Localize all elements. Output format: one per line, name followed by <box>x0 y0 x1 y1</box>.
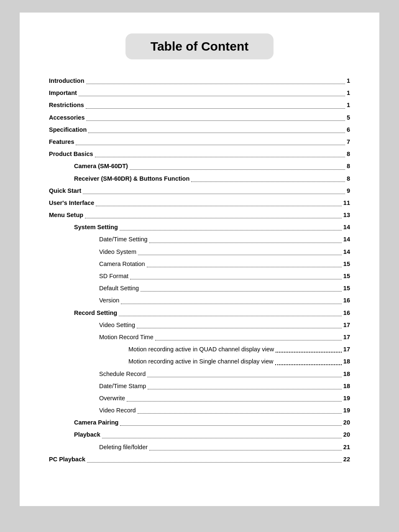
toc-entry: Video Record19 <box>49 406 350 415</box>
toc-label: Motion Record Time <box>99 332 153 342</box>
toc-label: SD Format <box>99 271 128 281</box>
toc-page-number: 19 <box>343 394 350 403</box>
toc-dots <box>275 364 342 365</box>
toc-dots <box>147 377 342 377</box>
toc-entry: User's Interface11 <box>49 198 350 208</box>
toc-page-number: 1 <box>347 100 350 110</box>
toc-dots <box>141 291 342 292</box>
toc-entry: Specification6 <box>49 125 350 135</box>
toc-entry: Overwrite19 <box>49 394 350 403</box>
toc-dots <box>148 389 342 389</box>
toc-label: Restrictions <box>49 100 84 110</box>
toc-entry: Restrictions1 <box>49 100 350 110</box>
toc-entry: Menu Setup13 <box>49 210 350 220</box>
toc-dots <box>138 255 342 255</box>
toc-page-number: 1 <box>347 88 350 98</box>
toc-label: Playback <box>74 430 100 440</box>
toc-page-number: 6 <box>347 125 350 135</box>
toc-page-number: 13 <box>343 210 350 220</box>
toc-entry: Product Basics8 <box>49 149 350 159</box>
toc-dots <box>149 243 342 243</box>
toc-dots <box>191 182 345 182</box>
toc-entry: Video Setting17 <box>49 320 350 330</box>
toc-dots <box>120 230 342 230</box>
toc-label: Video System <box>99 247 136 257</box>
toc-page-number: 14 <box>343 235 350 244</box>
toc-page-number: 19 <box>343 406 350 415</box>
toc-dots <box>155 340 342 340</box>
toc-entry: SD Format15 <box>49 271 350 281</box>
toc-entry: Accessories5 <box>49 113 350 123</box>
toc-dots <box>121 304 341 304</box>
toc-entry: Camera Pairing20 <box>49 418 350 427</box>
toc-entry: Default Setting15 <box>49 284 350 293</box>
toc-page-number: 18 <box>343 357 350 366</box>
toc-dots <box>127 401 342 402</box>
toc-page-number: 1 <box>347 76 350 86</box>
toc-page-number: 20 <box>343 430 350 440</box>
toc-entry: Camera (SM-60DT)8 <box>49 161 350 171</box>
toc-label: Deleting file/folder <box>99 442 148 452</box>
toc-entry: Record Setting16 <box>49 308 350 318</box>
toc-page-number: 11 <box>343 198 350 208</box>
toc-label: Motion recording active in QUAD channel … <box>128 345 274 354</box>
toc-label: Motion recording active in Single channe… <box>128 357 274 366</box>
toc-label: Video Record <box>99 406 136 415</box>
toc-page-number: 15 <box>343 271 350 281</box>
toc-label: Date/Time Stamp <box>99 381 146 391</box>
page: Table of Content Introduction1Important1… <box>20 13 379 506</box>
toc-entry: Motion Record Time17 <box>49 332 350 342</box>
toc-dots <box>79 96 345 96</box>
toc-label: Camera Rotation <box>99 259 145 269</box>
toc-entry: Deleting file/folder21 <box>49 442 350 452</box>
toc-dots <box>76 145 345 145</box>
toc-entry: Date/Time Stamp18 <box>49 381 350 391</box>
toc-label: Introduction <box>49 76 84 86</box>
toc-label: Video Setting <box>99 320 135 330</box>
toc-page-number: 5 <box>347 113 350 123</box>
toc-label: Important <box>49 88 77 98</box>
toc-page-number: 8 <box>347 149 350 159</box>
page-title: Table of Content <box>151 39 248 53</box>
toc-dots <box>130 279 342 279</box>
toc-label: System Setting <box>74 223 118 232</box>
toc-dots <box>137 328 342 328</box>
toc-dots <box>96 206 342 206</box>
toc-dots <box>86 120 345 121</box>
toc-label: Product Basics <box>49 149 93 159</box>
toc-label: Date/Time Setting <box>99 235 148 244</box>
toc-dots <box>88 133 345 133</box>
toc-entry: Playback20 <box>49 430 350 440</box>
toc-page-number: 15 <box>343 284 350 293</box>
toc-dots <box>130 169 345 170</box>
toc-dots <box>86 108 345 109</box>
toc-page-number: 16 <box>343 296 350 305</box>
title-container: Table of Content <box>49 33 350 59</box>
toc-page-number: 18 <box>343 381 350 391</box>
toc-dots <box>149 450 342 450</box>
toc-page-number: 16 <box>343 308 350 318</box>
toc-label: Schedule Record <box>99 369 146 379</box>
toc-page-number: 18 <box>343 369 350 379</box>
toc-label: User's Interface <box>49 198 94 208</box>
toc-entry: Motion recording active in QUAD channel … <box>49 345 350 354</box>
toc-entry: Date/Time Setting14 <box>49 235 350 244</box>
toc-label: Quick Start <box>49 186 81 196</box>
toc-page-number: 17 <box>343 332 350 342</box>
toc-entry: Version16 <box>49 296 350 305</box>
toc-page-number: 20 <box>343 418 350 427</box>
toc-entry: Introduction1 <box>49 76 350 86</box>
toc-entry: Motion recording active in Single channe… <box>49 357 350 366</box>
toc-entry: Important1 <box>49 88 350 98</box>
toc-label: Receiver (SM-60DR) & Buttons Function <box>74 174 189 184</box>
toc-entry: Video System14 <box>49 247 350 257</box>
toc-page-number: 15 <box>343 259 350 269</box>
toc-label: Menu Setup <box>49 210 83 220</box>
toc-label: Overwrite <box>99 394 125 403</box>
toc-page-number: 17 <box>343 345 350 354</box>
toc-dots <box>86 84 345 84</box>
toc-label: Features <box>49 137 74 147</box>
table-of-contents: Introduction1Important1Restrictions1Acce… <box>49 76 350 464</box>
toc-entry: PC Playback22 <box>49 455 350 464</box>
toc-label: Accessories <box>49 113 84 123</box>
